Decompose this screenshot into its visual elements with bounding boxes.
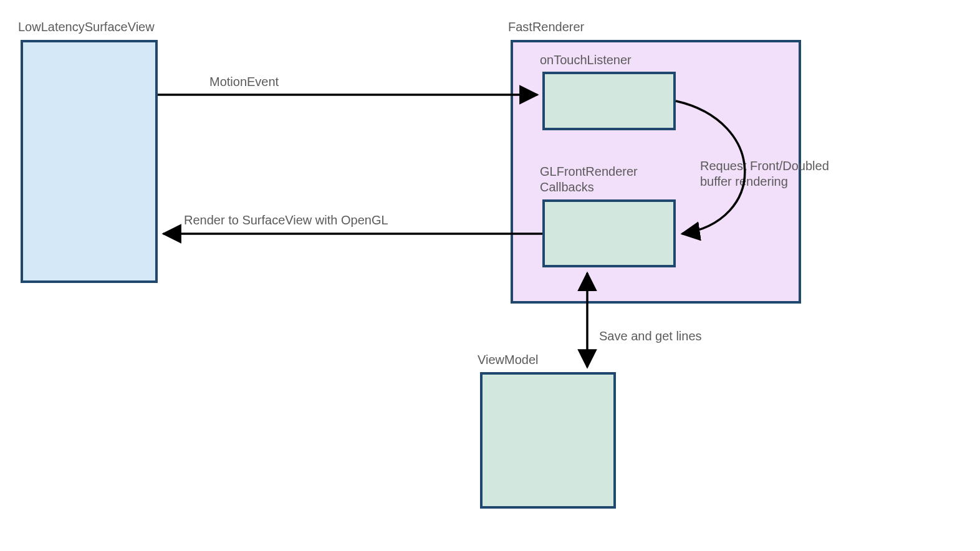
fast-renderer-label: FastRenderer bbox=[508, 19, 584, 35]
low-latency-surface-view-label: LowLatencySurfaceView bbox=[18, 19, 155, 35]
on-touch-listener-box bbox=[542, 72, 676, 130]
gl-front-renderer-callbacks-box bbox=[542, 199, 676, 267]
front-doubled-buffer-edge-label: Request Front/Doubled buffer rendering bbox=[700, 158, 829, 189]
gl-front-renderer-callbacks-label: GLFrontRenderer Callbacks bbox=[540, 164, 638, 195]
render-opengl-edge-label: Render to SurfaceView with OpenGL bbox=[184, 213, 388, 228]
view-model-label: ViewModel bbox=[478, 352, 538, 368]
view-model-box bbox=[480, 372, 616, 509]
on-touch-listener-label: onTouchListener bbox=[540, 52, 632, 68]
motion-event-edge-label: MotionEvent bbox=[209, 74, 279, 90]
low-latency-surface-view-box bbox=[21, 40, 158, 283]
diagram-canvas: LowLatencySurfaceView FastRenderer onTou… bbox=[0, 0, 980, 551]
save-get-lines-edge-label: Save and get lines bbox=[599, 328, 702, 344]
